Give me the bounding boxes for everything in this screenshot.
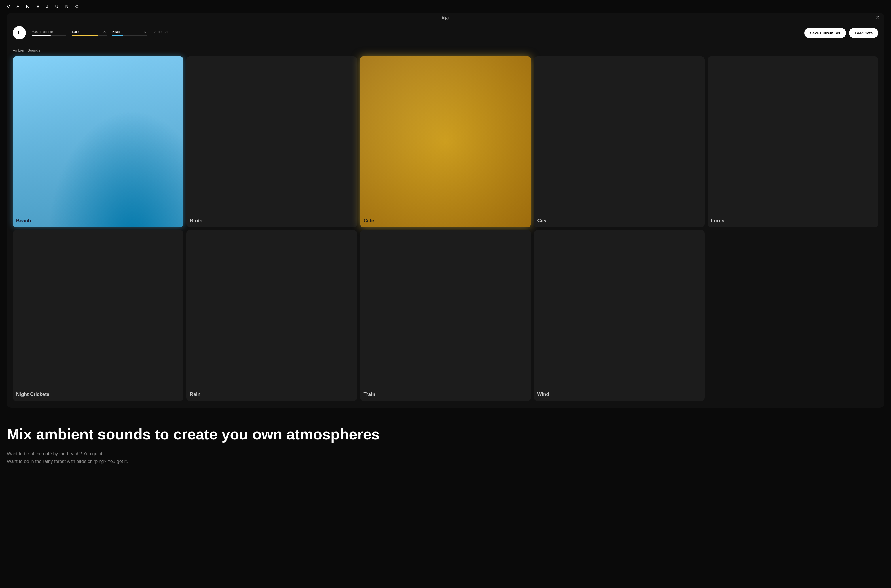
channel-beach-close[interactable]: ✕ — [143, 30, 147, 34]
channel-cafe-label: Cafe — [72, 30, 79, 33]
sound-card-wind-label: Wind — [537, 392, 549, 398]
sounds-section-label: Ambient Sounds — [13, 48, 878, 52]
channel-ambient3-slider[interactable] — [153, 34, 187, 36]
sound-card-birds-label: Birds — [190, 218, 202, 224]
marketing-section: Mix ambient sounds to create you own atm… — [0, 415, 891, 474]
app-title: Elpy — [442, 15, 449, 20]
channel-cafe-slider[interactable] — [72, 35, 106, 36]
sound-card-train[interactable]: Train — [360, 230, 531, 401]
card-birds-bg — [186, 57, 357, 227]
sound-card-train-label: Train — [363, 392, 375, 398]
app-window: Elpy ⏱ Master Volume Cafe ✕ Beach — [7, 13, 884, 408]
card-train-bg — [360, 230, 531, 401]
card-cafe-bg — [360, 57, 531, 227]
top-nav: V A N E J U N G — [0, 0, 891, 13]
master-volume-fill — [32, 34, 51, 36]
sound-card-rain[interactable]: Rain — [186, 230, 357, 401]
load-sets-button[interactable]: Load Sets — [849, 28, 878, 38]
sound-card-city[interactable]: City — [534, 57, 705, 227]
sound-card-rain-label: Rain — [190, 392, 200, 398]
channel-beach: Beach ✕ — [112, 30, 147, 36]
sound-card-night-crickets-label: Night Crickets — [16, 392, 49, 398]
sound-card-beach[interactable]: Beach — [13, 57, 183, 227]
sound-card-forest-label: Forest — [711, 218, 726, 224]
sound-card-wind[interactable]: Wind — [534, 230, 705, 401]
master-volume-label: Master Volume — [32, 30, 66, 33]
card-forest-bg — [708, 57, 878, 227]
channel-cafe: Cafe ✕ — [72, 30, 106, 36]
marketing-body-line1: Want to be at the café by the beach? You… — [7, 450, 884, 458]
channel-cafe-fill — [72, 35, 98, 36]
sound-card-forest[interactable]: Forest — [708, 57, 878, 227]
card-beach-bg — [13, 57, 183, 227]
sound-card-beach-label: Beach — [16, 218, 31, 224]
card-city-bg — [534, 57, 705, 227]
action-buttons: Save Current Set Load Sets — [804, 28, 878, 38]
sound-card-birds[interactable]: Birds — [186, 57, 357, 227]
save-current-set-button[interactable]: Save Current Set — [804, 28, 846, 38]
channel-beach-label: Beach — [112, 30, 121, 33]
play-pause-button[interactable] — [13, 26, 26, 39]
channel-cafe-close[interactable]: ✕ — [102, 30, 106, 34]
sound-card-night-crickets[interactable]: Night Crickets — [13, 230, 183, 401]
sound-card-cafe[interactable]: Cafe — [360, 57, 531, 227]
sound-card-cafe-label: Cafe — [363, 218, 374, 224]
master-volume-slider[interactable] — [32, 34, 66, 36]
sounds-section: Ambient Sounds Beach Birds Cafe City — [7, 44, 884, 408]
sound-card-city-label: City — [537, 218, 547, 224]
clock-icon: ⏱ — [876, 15, 879, 20]
marketing-headline: Mix ambient sounds to create you own atm… — [7, 426, 884, 442]
card-rain-bg — [186, 230, 357, 401]
channel-ambient3: Ambient #3 — [153, 30, 187, 36]
channel-beach-slider[interactable] — [112, 35, 147, 36]
channel-beach-fill — [112, 35, 123, 36]
channel-ambient3-label: Ambient #3 — [153, 30, 169, 33]
brand-logo: V A N E J U N G — [7, 4, 81, 9]
marketing-body: Want to be at the café by the beach? You… — [7, 450, 884, 465]
marketing-body-line2: Want to be in the rainy forest with bird… — [7, 458, 884, 465]
controls-bar: Master Volume Cafe ✕ Beach ✕ — [7, 22, 884, 44]
card-wind-bg — [534, 230, 705, 401]
master-volume-section: Master Volume — [32, 30, 66, 36]
sounds-grid: Beach Birds Cafe City Forest — [13, 57, 878, 401]
card-nightcrickets-bg — [13, 230, 183, 401]
title-bar: Elpy ⏱ — [7, 13, 884, 22]
